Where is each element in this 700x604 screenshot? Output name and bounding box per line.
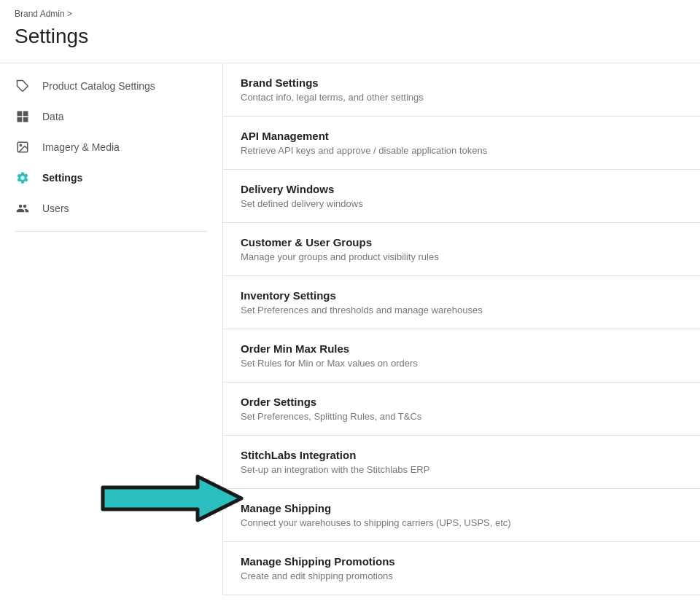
settings-item-desc: Retrieve API keys and approve / disable …	[241, 145, 682, 156]
sidebar-label-imagery-media: Imagery & Media	[42, 141, 120, 153]
settings-item-desc: Set-up an integration with the Stitchlab…	[241, 464, 682, 475]
settings-item-title: Manage Shipping Promotions	[241, 555, 682, 568]
settings-item-delivery-windows[interactable]: Delivery WindowsSet defined delivery win…	[223, 170, 700, 223]
settings-item-title: StitchLabs Integration	[241, 449, 682, 461]
settings-item-title: Customer & User Groups	[241, 236, 682, 248]
settings-item-order-settings[interactable]: Order SettingsSet Preferences, Splitting…	[223, 383, 700, 436]
settings-item-desc: Create and edit shipping promotions	[241, 570, 682, 581]
settings-item-stitchlabs-integration[interactable]: StitchLabs IntegrationSet-up an integrat…	[223, 436, 700, 489]
settings-item-inventory-settings[interactable]: Inventory SettingsSet Preferences and th…	[223, 276, 700, 329]
svg-rect-2	[23, 111, 28, 117]
settings-item-desc: Set Preferences, Splitting Rules, and T&…	[241, 411, 682, 422]
settings-list: Brand SettingsContact info, legal terms,…	[222, 63, 700, 595]
sidebar-label-users: Users	[42, 203, 69, 214]
image-icon	[15, 139, 31, 155]
settings-item-title: Delivery Windows	[241, 183, 682, 195]
breadcrumb-text[interactable]: Brand Admin >	[15, 9, 72, 19]
breadcrumb[interactable]: Brand Admin >	[0, 0, 700, 22]
settings-item-manage-shipping[interactable]: Manage ShippingConnect your warehouses t…	[223, 489, 700, 542]
sidebar-divider	[15, 231, 208, 232]
gear-icon	[15, 170, 31, 186]
table-icon	[15, 109, 31, 125]
settings-item-desc: Set Preferences and thresholds and manag…	[241, 305, 682, 315]
tag-icon	[15, 78, 31, 94]
settings-item-title: API Management	[241, 130, 682, 142]
settings-item-title: Inventory Settings	[241, 289, 682, 302]
settings-item-title: Order Min Max Rules	[241, 342, 682, 355]
settings-item-order-min-max-rules[interactable]: Order Min Max RulesSet Rules for Min or …	[223, 329, 700, 383]
sidebar-item-users[interactable]: Users	[0, 193, 222, 224]
sidebar-item-data[interactable]: Data	[0, 101, 222, 132]
svg-point-6	[20, 144, 21, 146]
settings-item-title: Manage Shipping	[241, 502, 682, 514]
settings-item-desc: Set Rules for Min or Max values on order…	[241, 358, 682, 369]
sidebar: Product Catalog Settings Data	[0, 63, 222, 595]
settings-item-manage-shipping-promotions[interactable]: Manage Shipping PromotionsCreate and edi…	[223, 542, 700, 595]
svg-rect-1	[18, 111, 23, 117]
sidebar-item-imagery-media[interactable]: Imagery & Media	[0, 132, 222, 162]
page-title: Settings	[0, 22, 700, 63]
main-layout: Product Catalog Settings Data	[0, 63, 700, 595]
svg-rect-3	[18, 117, 23, 122]
settings-item-customer-user-groups[interactable]: Customer & User GroupsManage your groups…	[223, 223, 700, 276]
sidebar-label-product-catalog: Product Catalog Settings	[42, 80, 155, 92]
settings-item-desc: Contact info, legal terms, and other set…	[241, 92, 682, 103]
svg-rect-4	[23, 117, 28, 122]
sidebar-label-settings: Settings	[42, 172, 82, 184]
settings-item-api-management[interactable]: API ManagementRetrieve API keys and appr…	[223, 117, 700, 170]
settings-item-desc: Manage your groups and product visibilit…	[241, 251, 682, 262]
settings-item-brand-settings[interactable]: Brand SettingsContact info, legal terms,…	[223, 63, 700, 117]
settings-item-desc: Set defined delivery windows	[241, 198, 682, 209]
sidebar-item-settings[interactable]: Settings	[0, 162, 222, 193]
settings-item-title: Order Settings	[241, 396, 682, 408]
users-icon	[15, 200, 31, 216]
settings-item-title: Brand Settings	[241, 77, 682, 89]
sidebar-item-product-catalog[interactable]: Product Catalog Settings	[0, 71, 222, 101]
sidebar-label-data: Data	[42, 111, 64, 122]
settings-item-desc: Connect your warehouses to shipping carr…	[241, 517, 682, 528]
